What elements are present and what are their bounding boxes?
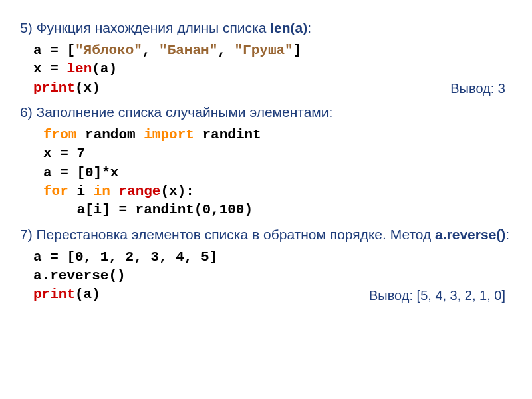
code-string: "Банан" [159, 43, 217, 58]
section5-code: a = ["Яблоко", "Банан", "Груша"] x = len… [33, 41, 512, 98]
section5-heading-prefix: 5) Функция нахождения длины списка [20, 20, 270, 35]
code-text [110, 184, 119, 199]
section5-heading: 5) Функция нахождения длины списка len(a… [20, 20, 512, 36]
code-text: (x) [75, 80, 100, 96]
section5-wrap: a = ["Яблоко", "Банан", "Груша"] x = len… [20, 41, 512, 98]
code-text: a[i] = randint(0,100) [43, 202, 253, 217]
section7-heading-bold: a.reverse() [435, 227, 505, 242]
code-text: randint [194, 127, 261, 142]
section7-wrap: a = [0, 1, 2, 3, 4, 5] a.reverse() print… [20, 248, 512, 305]
code-text: , [142, 43, 159, 58]
section7-heading: 7) Перестановка элементов списка в обрат… [20, 227, 512, 243]
code-keyword: from [43, 127, 76, 142]
code-text: x = 7 [43, 146, 85, 161]
code-text: a.reverse() [33, 268, 126, 283]
section6-code: from random import randint x = 7 a = [0]… [43, 126, 512, 220]
code-text: (a) [75, 287, 100, 302]
section6-heading: 6) Заполнение списка случайными элемента… [20, 104, 512, 120]
section5-heading-suffix: : [307, 20, 311, 35]
code-text: (x): [160, 184, 194, 199]
code-keyword: print [33, 287, 75, 302]
code-string: "Яблоко" [75, 43, 142, 58]
code-text: (a) [92, 61, 117, 76]
section5-output: Вывод: 3 [450, 81, 505, 96]
code-keyword: import [144, 127, 194, 142]
code-text: x = [33, 61, 66, 76]
section7-output: Вывод: [5, 4, 3, 2, 1, 0] [369, 288, 505, 303]
code-keyword: len [66, 61, 92, 76]
code-text: a = [0, 1, 2, 3, 4, 5] [33, 249, 217, 265]
code-keyword: in [94, 184, 110, 199]
code-text: , [217, 43, 234, 58]
code-keyword: print [33, 80, 75, 96]
code-keyword: range [118, 184, 160, 199]
code-keyword: for [43, 184, 68, 199]
code-text: random [76, 127, 144, 142]
code-text: i [68, 184, 94, 199]
code-text: a = [0]*x [43, 165, 118, 180]
section7-heading-prefix: 7) Перестановка элементов списка в обрат… [20, 227, 435, 242]
code-text: ] [293, 43, 302, 58]
code-string: "Груша" [235, 43, 293, 58]
section7-heading-suffix: : [505, 227, 509, 242]
section5-heading-bold: len(a) [270, 20, 307, 35]
code-text: a = [ [33, 43, 75, 58]
